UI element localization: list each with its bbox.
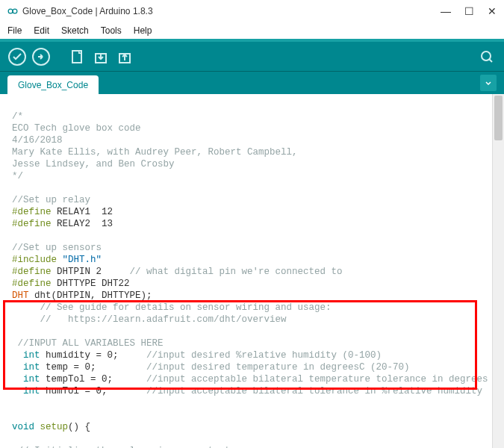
code-editor[interactable]: /* ECO Tech glove box code 4/16/2018 Mar… — [0, 94, 492, 448]
window-title: Glove_Box_Code | Arduino 1.8.3 — [22, 6, 153, 16]
code-line: #define RELAY1 12 — [12, 207, 113, 217]
code-line: //Set up relay — [12, 195, 90, 205]
code-line: // https://learn.adafruit.com/dht/overvi… — [12, 314, 287, 325]
tab-sketch[interactable]: Glove_Box_Code — [7, 75, 99, 94]
menubar: File Edit Sketch Tools Help — [0, 22, 504, 39]
code-line: int humidity = 0; //input desired %relat… — [12, 350, 382, 361]
code-line: */ — [12, 171, 23, 181]
svg-point-1 — [13, 9, 17, 13]
upload-button[interactable] — [31, 47, 51, 66]
code-line: // See guide for details on sensor wirin… — [12, 302, 332, 313]
minimize-button[interactable]: — — [441, 5, 451, 17]
svg-point-0 — [8, 9, 13, 13]
code-line: #define DHTTYPE DHT22 — [12, 279, 130, 289]
code-line: void setup() { — [12, 422, 90, 432]
code-line: 4/16/2018 — [12, 135, 63, 146]
menu-tools[interactable]: Tools — [98, 24, 125, 37]
menu-sketch[interactable]: Sketch — [58, 24, 92, 37]
menu-edit[interactable]: Edit — [31, 24, 52, 37]
code-line: Mary Kate Ellis, with Audrey Peer, Rober… — [12, 147, 298, 158]
open-button[interactable] — [91, 47, 111, 66]
toolbar — [0, 39, 504, 72]
code-line: //INPUT ALL VARIABLES HERE — [12, 338, 164, 349]
new-button[interactable] — [67, 47, 87, 66]
code-line: Jesse Lindsey, and Ben Crosby — [12, 159, 175, 169]
code-line: #define RELAY2 13 — [12, 219, 113, 229]
editor-area: /* ECO Tech glove box code 4/16/2018 Mar… — [0, 94, 504, 448]
app-window: Glove_Box_Code | Arduino 1.8.3 — ☐ ✕ Fil… — [0, 0, 504, 448]
code-line: int humTol = 0; //input acceptable bilat… — [12, 386, 482, 396]
menu-help[interactable]: Help — [131, 24, 155, 37]
arduino-icon — [7, 6, 18, 16]
maximize-button[interactable]: ☐ — [464, 5, 474, 17]
code-line: ECO Tech glove box code — [12, 123, 141, 134]
code-line: #include "DHT.h" — [12, 255, 102, 265]
titlebar: Glove_Box_Code | Arduino 1.8.3 — ☐ ✕ — [0, 0, 504, 22]
tabbar: Glove_Box_Code — [0, 72, 504, 94]
vertical-scrollbar[interactable] — [492, 94, 504, 448]
code-line: int temp = 0; //input desired temperatur… — [12, 362, 410, 373]
code-line: DHT dht(DHTPIN, DHTTYPE); — [12, 290, 152, 301]
serial-monitor-button[interactable] — [477, 47, 497, 66]
menu-file[interactable]: File — [4, 24, 25, 37]
save-button[interactable] — [115, 47, 134, 66]
close-button[interactable]: ✕ — [488, 5, 497, 17]
code-line: #define DHTPIN 2 // what digital pin we'… — [12, 267, 343, 277]
tab-menu-button[interactable] — [480, 75, 497, 91]
code-line: //Set up sensors — [12, 243, 102, 253]
scroll-thumb[interactable] — [494, 96, 503, 140]
verify-button[interactable] — [7, 47, 27, 66]
code-line: int tempTol = 0; //input acceptable bila… — [12, 374, 492, 385]
code-line: /* — [12, 111, 23, 122]
